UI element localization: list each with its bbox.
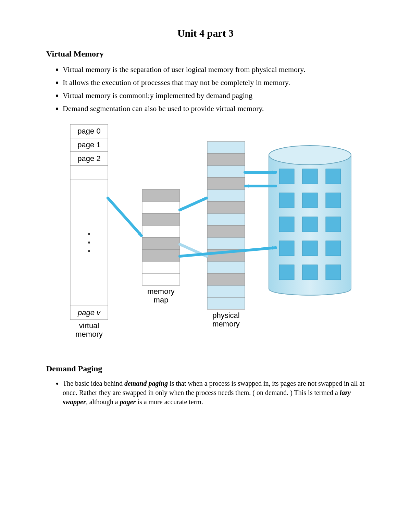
svg-rect-42	[279, 241, 294, 256]
page-label: page 2	[77, 154, 100, 163]
svg-line-48	[108, 198, 141, 236]
svg-rect-26	[207, 237, 245, 249]
physical-memory-caption: physical	[212, 311, 239, 320]
svg-rect-36	[279, 193, 294, 208]
section-heading-virtual-memory: Virtual Memory	[46, 49, 365, 59]
svg-rect-20	[207, 165, 245, 177]
svg-rect-34	[302, 169, 317, 184]
svg-rect-21	[207, 177, 245, 189]
vm-bullet: Demand segmentation can also be used to …	[63, 103, 365, 114]
memory-map-caption-2: map	[154, 296, 169, 304]
svg-rect-38	[326, 193, 341, 208]
svg-rect-46	[302, 265, 317, 280]
svg-point-32	[269, 146, 351, 165]
svg-rect-17	[142, 273, 180, 285]
svg-point-6	[88, 233, 90, 235]
svg-rect-35	[326, 169, 341, 184]
svg-rect-33	[279, 169, 294, 184]
svg-rect-47	[326, 265, 341, 280]
svg-line-49	[180, 198, 207, 210]
virtual-memory-diagram: page 0 page 1 page 2 page v virtual memo…	[57, 121, 354, 357]
page-label: page 1	[77, 140, 100, 149]
svg-rect-13	[142, 225, 180, 237]
virtual-memory-caption-2: memory	[75, 330, 102, 338]
vm-bullet-list: Virtual memory is the separation of user…	[46, 64, 365, 114]
svg-rect-43	[302, 241, 317, 256]
svg-rect-10	[142, 189, 180, 201]
page-label: page 0	[77, 127, 100, 135]
svg-rect-11	[142, 201, 180, 213]
vm-bullet: It allows the execution of processes tha…	[63, 77, 365, 88]
diagram-arrows	[108, 172, 276, 256]
svg-rect-22	[207, 189, 245, 201]
svg-rect-44	[326, 241, 341, 256]
svg-rect-31	[207, 297, 245, 309]
physical-memory-column: physical memory	[207, 141, 245, 328]
svg-rect-41	[326, 217, 341, 232]
svg-rect-19	[207, 153, 245, 165]
physical-memory-caption-2: memory	[212, 320, 239, 328]
virtual-memory-caption: virtual	[79, 321, 99, 330]
dp-bullet-list: The basic idea behind demand paging is t…	[46, 379, 365, 407]
page-label: page v	[77, 308, 101, 317]
svg-rect-18	[207, 141, 245, 153]
memory-map-caption: memory	[147, 287, 174, 296]
svg-rect-4	[70, 165, 108, 179]
svg-rect-39	[279, 217, 294, 232]
svg-rect-28	[207, 261, 245, 273]
vm-bullet: Virtual memory is commonl;y implemented …	[63, 90, 365, 101]
svg-rect-14	[142, 237, 180, 249]
svg-rect-12	[142, 213, 180, 225]
virtual-memory-column: page 0 page 1 page 2 page v virtual memo…	[70, 124, 108, 338]
svg-rect-37	[302, 193, 317, 208]
svg-rect-16	[142, 261, 180, 273]
svg-rect-25	[207, 225, 245, 237]
svg-rect-23	[207, 201, 245, 213]
svg-rect-40	[302, 217, 317, 232]
svg-rect-45	[279, 265, 294, 280]
svg-rect-29	[207, 273, 245, 285]
disk-cylinder	[269, 146, 351, 295]
memory-map-column: memory map	[142, 189, 180, 304]
dp-bullet: The basic idea behind demand paging is t…	[63, 379, 365, 407]
svg-rect-30	[207, 285, 245, 297]
page-title: Unit 4 part 3	[46, 27, 365, 39]
svg-point-7	[88, 242, 90, 244]
svg-rect-15	[142, 249, 180, 261]
vm-bullet: Virtual memory is the separation of user…	[63, 64, 365, 75]
svg-point-8	[88, 250, 90, 252]
svg-rect-24	[207, 213, 245, 225]
section-heading-demand-paging: Demand Paging	[46, 364, 365, 373]
